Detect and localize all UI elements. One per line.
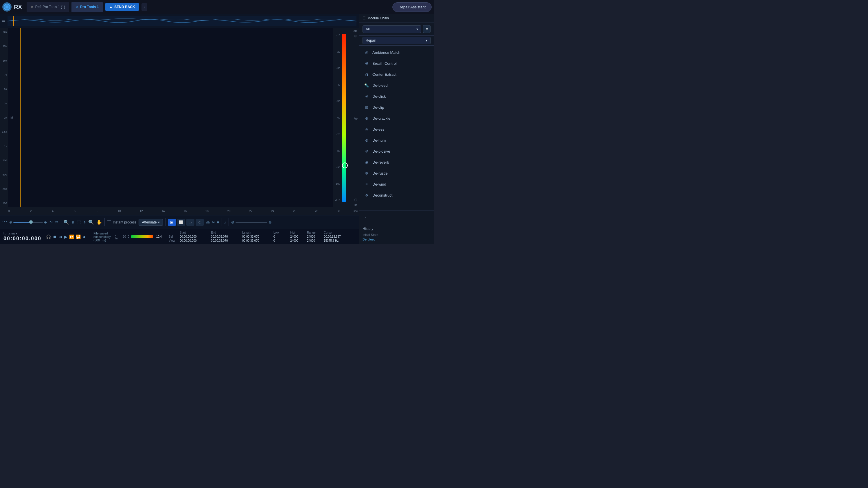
- module-item-de-ess[interactable]: ≋ De-ess: [359, 124, 434, 135]
- instant-process-checkbox[interactable]: [107, 220, 111, 224]
- freq-label-300: 300: [0, 188, 7, 191]
- tab-ref-close[interactable]: ✕: [31, 5, 33, 9]
- app-logo-text: RX: [14, 4, 22, 10]
- skip-end-icon[interactable]: ⏭: [83, 234, 87, 239]
- logo-area: RX: [2, 2, 22, 11]
- zoom-h-slider-track[interactable]: [236, 222, 267, 223]
- zoom-h-plus-icon[interactable]: ⊕: [269, 220, 272, 224]
- db-zoom-out-icon[interactable]: ⊖: [354, 198, 358, 202]
- wave-icon[interactable]: ≋: [55, 220, 58, 225]
- headphones-icon[interactable]: 🎧: [46, 234, 51, 239]
- module-item-de-crackle[interactable]: ⊕ De-crackle: [359, 113, 434, 124]
- zoom-in-right-icon[interactable]: ⊕: [44, 220, 47, 224]
- zoom-out-left-icon[interactable]: ⊖: [9, 220, 12, 224]
- spectrogram-canvas[interactable]: [8, 28, 333, 207]
- time-select-tool[interactable]: ⬜: [177, 219, 185, 226]
- divider-2: [104, 218, 105, 226]
- module-icon-de-wind: ≡: [364, 181, 370, 187]
- attenuate-dropdown[interactable]: Attenuate ▾: [138, 219, 163, 226]
- rect-select-tool[interactable]: ▣: [168, 219, 176, 226]
- scissors-icon[interactable]: ✂: [212, 220, 215, 225]
- module-list: ◎ Ambience Match ❋ Breath Control ◑ Cent…: [359, 46, 434, 210]
- action-icons: ⁂ ✂ ≡: [206, 220, 219, 225]
- db-scale-area: -10 -20 -30 -40 -50 -60 -70 -80 -90 -100…: [333, 33, 359, 203]
- tab-main[interactable]: ✕ Pro Tools 1: [71, 2, 103, 12]
- lasso-icon[interactable]: 🔍: [88, 220, 94, 225]
- play-selection-icon[interactable]: ⏩: [69, 234, 74, 239]
- freq-select-tool[interactable]: ▭: [186, 219, 194, 226]
- time-tick-18: 18: [206, 209, 209, 213]
- module-chain-label: Module Chain: [368, 16, 389, 20]
- history-item-debleed[interactable]: De-bleed: [363, 237, 431, 242]
- overview-bar: [0, 14, 359, 28]
- time-tick-10: 10: [118, 209, 121, 213]
- col-high-header: High: [290, 231, 305, 234]
- right-sidebar: ☰ Module Chain All ▾ ≡ Repair ▾ ◎ Ambien…: [359, 14, 434, 244]
- hz-label: Hz: [333, 203, 359, 207]
- bottom-status: h:m:s.ms ▾ 00:00:00.000 🎧 ⏺ ⏮ ▶ ⏩ 🔁 ⏭ Fi…: [0, 229, 359, 244]
- overview-playhead: [13, 16, 13, 26]
- module-item-de-plosive[interactable]: ❊ De-plosive: [359, 146, 434, 157]
- spectrogram-display[interactable]: M: [8, 28, 333, 207]
- divider-1: [61, 218, 61, 226]
- waveform-icon[interactable]: 〰: [2, 220, 7, 225]
- module-item-de-wind[interactable]: ≡ De-wind: [359, 178, 434, 190]
- overview-collapse-button[interactable]: [2, 21, 5, 22]
- module-item-de-click[interactable]: ✳ De-click: [359, 91, 434, 102]
- time-format[interactable]: h:m:s.ms ▾: [3, 232, 41, 235]
- squiggle-icon[interactable]: 〜: [49, 220, 53, 225]
- module-label-de-plosive: De-plosive: [372, 149, 390, 154]
- stack-icon[interactable]: ≡: [217, 220, 219, 225]
- zoom-slider-thumb[interactable]: [29, 220, 33, 224]
- time-tick-20: 20: [227, 209, 230, 213]
- rewind-icon[interactable]: ⏮: [58, 234, 62, 239]
- tab-main-close[interactable]: ✕: [75, 5, 78, 9]
- db-zoom-in-icon[interactable]: ⊕: [354, 34, 358, 38]
- tab-ref[interactable]: ✕ Ref: Pro Tools 1 (1): [27, 2, 69, 12]
- tune-icon[interactable]: ♪: [224, 220, 226, 225]
- chevron-button[interactable]: ‹: [142, 3, 147, 11]
- zoom-out-icon[interactable]: 🔍: [63, 220, 69, 225]
- db-label-100: -100: [333, 183, 340, 185]
- ellipse-select-tool[interactable]: ⬭: [195, 219, 204, 226]
- module-item-breath-control[interactable]: ❋ Breath Control: [359, 58, 434, 69]
- zoom-in-icon[interactable]: ⊕: [71, 220, 74, 224]
- repair-dropdown[interactable]: Repair ▾: [363, 37, 431, 44]
- magic-wand-icon[interactable]: ⁂: [206, 220, 210, 225]
- horizontal-zoom-slider[interactable]: ⊖ ⊕: [9, 220, 47, 224]
- module-item-de-reverb[interactable]: ◉ De-reverb: [359, 157, 434, 168]
- module-label-deconstruct: Deconstruct: [372, 193, 392, 197]
- loop-icon[interactable]: 🔁: [76, 234, 81, 239]
- vertical-zoom-area[interactable]: ⊖ ⊕: [231, 220, 272, 224]
- expand-more-button[interactable]: ›: [363, 213, 368, 222]
- target-icon[interactable]: ⌖: [83, 220, 86, 225]
- filter-dropdown[interactable]: All ▾: [363, 26, 421, 33]
- zoom-h-minus-icon[interactable]: ⊖: [231, 220, 235, 224]
- record-icon[interactable]: ⏺: [53, 234, 57, 239]
- send-back-button[interactable]: ▲ SEND BACK: [105, 3, 139, 11]
- module-item-ambience-match[interactable]: ◎ Ambience Match: [359, 47, 434, 58]
- time-format-dropdown-icon[interactable]: ▾: [16, 232, 18, 235]
- time-tick-12: 12: [140, 209, 143, 213]
- module-item-de-clip[interactable]: ⊟ De-clip: [359, 102, 434, 113]
- sidebar-menu-button[interactable]: ≡: [423, 25, 431, 33]
- freq-label-1500: 1.5k: [0, 130, 7, 133]
- freq-label-1k: 1k: [0, 145, 7, 148]
- module-label-de-clip: De-clip: [372, 105, 384, 109]
- play-icon[interactable]: ▶: [64, 234, 67, 239]
- db-label-60: -60: [333, 116, 340, 119]
- time-tick-22: 22: [249, 209, 252, 213]
- level-value: -10.4: [155, 235, 162, 238]
- module-item-center-extract[interactable]: ◑ Center Extract: [359, 69, 434, 80]
- marquee-icon[interactable]: ⬚: [77, 220, 81, 225]
- repair-dropdown-label: Repair: [366, 38, 376, 42]
- module-item-deconstruct[interactable]: ✥ Deconstruct: [359, 190, 434, 201]
- overview-waveform[interactable]: [7, 16, 356, 26]
- repair-assistant-button[interactable]: Repair Assistant: [392, 2, 432, 12]
- zoom-slider-track[interactable]: [13, 222, 43, 223]
- module-item-de-hum[interactable]: ⊘ De-hum: [359, 135, 434, 146]
- hand-icon[interactable]: ✋: [96, 220, 102, 225]
- module-item-de-rustle[interactable]: ❁ De-rustle: [359, 168, 434, 178]
- module-item-de-bleed[interactable]: 🔦 De-bleed: [359, 80, 434, 91]
- db-zoom-reset-icon[interactable]: ◎: [354, 116, 358, 120]
